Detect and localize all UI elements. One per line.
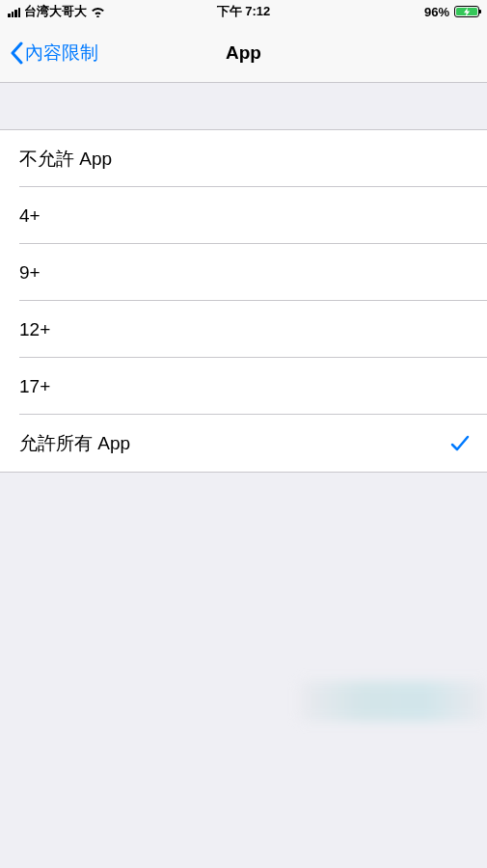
back-button[interactable]: 內容限制 (10, 41, 98, 66)
battery-percent: 96% (424, 5, 449, 19)
option-4plus[interactable]: 4+ (0, 187, 487, 244)
back-label: 內容限制 (25, 41, 98, 66)
status-bar: 台湾大哥大 下午 7:12 96% (0, 0, 487, 23)
wifi-icon (91, 7, 105, 17)
redacted-area (299, 681, 487, 721)
option-label: 允許所有 App (19, 431, 130, 456)
signal-strength-icon (8, 7, 20, 17)
option-label: 9+ (19, 262, 41, 284)
option-label: 17+ (19, 376, 50, 397)
option-disallow-apps[interactable]: 不允許 App (0, 130, 487, 187)
battery-icon (454, 6, 479, 17)
status-time: 下午 7:12 (217, 3, 271, 20)
option-allow-all-apps[interactable]: 允許所有 App (0, 415, 487, 472)
option-label: 不允許 App (19, 147, 112, 172)
page-title: App (226, 42, 261, 64)
option-9plus[interactable]: 9+ (0, 244, 487, 301)
option-label: 4+ (19, 205, 41, 227)
chevron-left-icon (10, 41, 23, 65)
checkmark-icon (450, 434, 470, 453)
app-rating-list: 不允許 App 4+ 9+ 12+ 17+ 允許所有 App (0, 129, 487, 473)
option-label: 12+ (19, 319, 50, 340)
option-12plus[interactable]: 12+ (0, 301, 487, 358)
navigation-bar: 內容限制 App (0, 23, 487, 83)
status-right: 96% (424, 5, 479, 19)
option-17plus[interactable]: 17+ (0, 358, 487, 415)
carrier-label: 台湾大哥大 (24, 3, 87, 20)
status-left: 台湾大哥大 (8, 3, 105, 20)
